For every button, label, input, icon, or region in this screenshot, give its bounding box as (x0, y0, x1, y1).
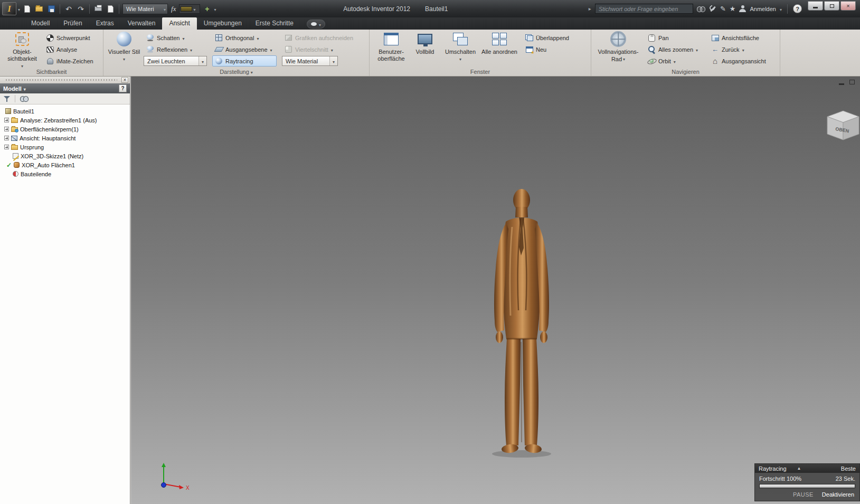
filter-funnel-icon[interactable] (4, 96, 10, 102)
visueller-stil-button[interactable]: Visueller Stil (108, 31, 140, 63)
browser-close-button[interactable]: × (121, 77, 128, 83)
expand-plus-icon[interactable] (4, 118, 9, 122)
minimize-button[interactable] (808, 1, 823, 11)
label: sichtbarkeit (7, 55, 37, 62)
find-binoculars-icon[interactable] (20, 96, 29, 101)
expand-plus-icon[interactable] (4, 127, 9, 131)
toolbar-options-chevron-icon[interactable] (214, 6, 216, 12)
doc-minimize-icon[interactable] (839, 83, 844, 85)
raytracing-button[interactable]: Raytracing (212, 55, 277, 66)
help-button[interactable]: ? (793, 4, 802, 13)
tree-label: Oberflächenkörpern(1) (20, 126, 79, 132)
tree-item-bauteil1[interactable]: Bauteil1 (0, 107, 130, 116)
umschalten-button[interactable]: Umschalten (443, 31, 477, 63)
lighting-combobox[interactable]: Zwei Leuchten (144, 56, 207, 66)
viewcube[interactable]: OBEN (824, 106, 860, 143)
tree-item-xor-auto-flaechen[interactable]: ✓ XOR_Auto Flächen1 (0, 160, 130, 169)
tab-umgebungen[interactable]: Umgebungen (197, 17, 249, 30)
label: Rad (611, 56, 622, 62)
pan-button[interactable]: Pan (645, 32, 705, 43)
tab-ansicht[interactable]: Ansicht (162, 17, 196, 30)
undo-button[interactable]: ↶ (63, 4, 74, 14)
search-input[interactable] (595, 4, 693, 14)
tab-modell[interactable]: Modell (24, 17, 56, 30)
add-button[interactable]: + (202, 4, 212, 14)
raytracing-panel-header[interactable]: Raytracing ▲ Beste (755, 464, 859, 473)
browser-grip[interactable]: × (0, 77, 130, 83)
favorites-star-icon[interactable]: ★ (730, 5, 736, 12)
alle-anordnen-button[interactable]: Alle anordnen (480, 31, 518, 55)
search-binoculars-icon[interactable] (697, 6, 705, 12)
maximize-button[interactable] (824, 1, 839, 11)
browser-header[interactable]: Modell ? (0, 83, 130, 93)
ausgangsansicht-button[interactable]: ⌂ Ausgangsansicht (708, 55, 778, 66)
chevron-down-icon[interactable] (24, 85, 26, 92)
statue-model[interactable] (473, 184, 568, 462)
tree-item-analyse[interactable]: Analyse: Zebrastreifen1 (Aus) (0, 116, 130, 125)
group-label: Navigieren (672, 69, 700, 75)
browser-title: Modell (3, 85, 22, 92)
ueberlappend-button[interactable]: Überlappend (523, 32, 586, 43)
open-button[interactable] (34, 4, 44, 14)
neu-button[interactable]: Neu (523, 44, 586, 55)
print-button[interactable] (93, 4, 103, 14)
zurueck-button[interactable]: ← Zurück (708, 44, 778, 55)
vollbild-button[interactable]: Vollbild (412, 31, 438, 55)
label: Ansichtsfläche (722, 35, 759, 41)
tab-extras[interactable]: Extras (89, 17, 121, 30)
analyse-button[interactable]: Analyse (43, 44, 102, 55)
tab-verwalten[interactable]: Verwalten (121, 17, 163, 30)
schwerpunkt-button[interactable]: Schwerpunkt (43, 32, 102, 43)
3d-viewport[interactable]: OBEN (131, 77, 860, 504)
tree-item-ursprung[interactable]: Ursprung (0, 142, 130, 151)
close-button[interactable]: × (840, 1, 856, 11)
redo-button[interactable]: ↷ (75, 4, 86, 14)
browser-help-button[interactable]: ? (119, 84, 127, 92)
ausgangsebene-button[interactable]: Ausgangsebene (212, 44, 277, 55)
tree-item-oberflaechenkoerpern[interactable]: Oberflächenkörpern(1) (0, 125, 130, 134)
alles-zoomen-button[interactable]: Alles zoomen (645, 44, 705, 55)
orthogonal-button[interactable]: Orthogonal (212, 32, 277, 43)
chevron-down-icon[interactable] (780, 6, 782, 12)
imate-zeichen-button[interactable]: iMate-Zeichen (43, 55, 102, 66)
deactivate-button[interactable]: Deaktivieren (822, 491, 854, 498)
reflexionen-button[interactable]: Reflexionen (144, 44, 210, 55)
new-document-button[interactable] (22, 4, 32, 14)
ribbon-extra-button[interactable] (307, 20, 325, 28)
inventor-logo[interactable] (2, 2, 16, 15)
title-bar: ↶ ↷ Wie Materi fx + Autodesk Inventor 20… (0, 0, 860, 17)
ansichtsflaeche-button[interactable]: Ansichtsfläche (708, 32, 778, 43)
collapse-arrow-icon[interactable]: ▲ (797, 466, 801, 471)
material-combobox[interactable]: Wie Materi (122, 4, 168, 14)
tree-item-ansicht-hauptansicht[interactable]: Ansicht: Hauptansicht (0, 134, 130, 142)
sign-in-button[interactable]: Anmelden (750, 6, 776, 12)
save-button[interactable] (46, 4, 56, 14)
benutzeroberflaeche-button[interactable]: Benutzer- oberfläche (374, 31, 409, 62)
pan-hand-icon (648, 34, 655, 42)
material-view-combobox[interactable]: Wie Material (282, 56, 338, 66)
y-axis-arrow-icon (162, 463, 166, 467)
tab-pruefen[interactable]: Prüfen (56, 17, 89, 30)
orbit-button[interactable]: Orbit (645, 55, 705, 66)
tree-label: Analyse: Zebrastreifen1 (Aus) (20, 117, 97, 123)
tab-erste-schritte[interactable]: Erste Schritte (249, 17, 300, 30)
tree-item-bauteilende[interactable]: Bauteilende (0, 169, 130, 178)
back-arrow-icon: ← (712, 46, 719, 53)
pen-icon[interactable]: ✎ (720, 5, 726, 12)
doc-restore-icon[interactable] (849, 80, 855, 84)
schatten-button[interactable]: Schatten (144, 32, 210, 43)
flyout-arrow-icon[interactable]: ▸ (589, 6, 591, 12)
pause-button[interactable]: PAUSE (793, 491, 814, 498)
tree-item-xor-3d-skizze[interactable]: XOR_3D-Skizze1 (Netz) (0, 151, 130, 160)
chevron-down-icon[interactable] (251, 69, 253, 75)
expand-plus-icon[interactable] (4, 136, 9, 140)
expand-plus-icon[interactable] (4, 145, 9, 149)
wrench-icon[interactable] (709, 5, 716, 13)
label: Ausgangsansicht (722, 58, 766, 64)
objektsichtbarkeit-button[interactable]: Objekt- sichtbarkeit (4, 31, 40, 70)
chevron-down-icon[interactable] (18, 6, 20, 12)
appearance-combobox[interactable] (179, 4, 200, 14)
vollnavigationsrad-button[interactable]: Vollnavigations- Rad (594, 31, 642, 63)
measure-button[interactable] (105, 4, 116, 14)
parameters-fx-button[interactable]: fx (169, 5, 177, 13)
